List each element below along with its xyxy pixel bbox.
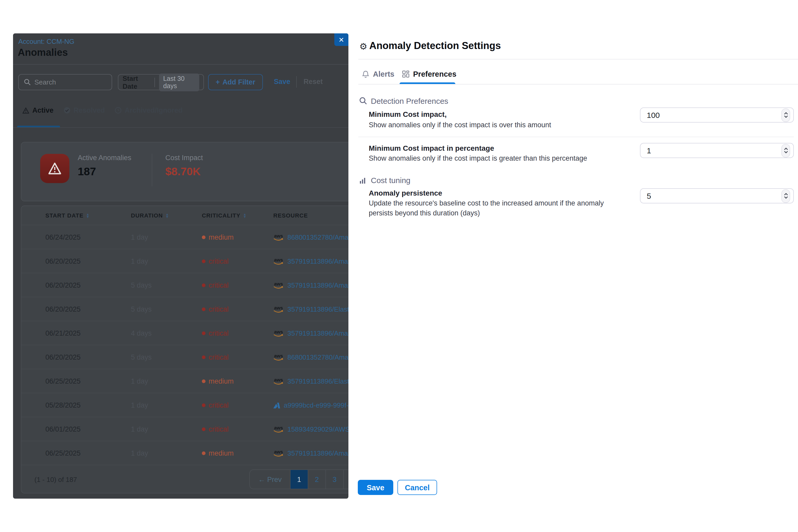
sort-icon[interactable]: ▲▼ [165,213,169,218]
page-button-partial[interactable] [343,470,348,489]
chevron-down-icon[interactable] [784,115,788,118]
cost-tuning-heading: Cost tuning [359,176,411,185]
criticality-label: critical [209,401,229,409]
stepper-control[interactable] [781,144,790,157]
table-row[interactable]: 06/20/2025 5 days critical aws 868001352… [21,345,348,369]
close-icon[interactable]: ✕ [334,33,348,46]
criticality-cell: medium [202,233,234,241]
resource-link[interactable]: 868001352780/Amazon [287,353,348,361]
resource-cell: aws 868001352780/Amazon [273,233,348,241]
col-criticality[interactable]: CRITICALITY ▲▼ [202,212,247,218]
criticality-label: critical [209,353,229,361]
resource-link[interactable]: 357919113896/Amazon [287,329,348,337]
table-row[interactable]: 06/21/2025 4 days critical aws 357919113… [21,321,348,345]
stepper-control[interactable] [781,189,790,203]
filter-reset-link[interactable]: Reset [304,78,323,86]
bell-icon [362,70,369,78]
col-duration[interactable]: DURATION ▲▼ [131,212,169,218]
start-date-value[interactable]: Last 30 days [159,73,199,91]
tab-archived[interactable]: Archived/Ignored [115,107,183,114]
active-anomalies-value: 187 [78,165,96,178]
page-button[interactable]: 1 [290,470,308,489]
table-row[interactable]: 06/25/2025 1 day medium aws 357919113896… [21,369,348,393]
sort-icon[interactable]: ▲▼ [86,213,90,218]
start-date-cell: 06/25/2025 [45,449,81,457]
min-cost-pct-input[interactable]: 1 [640,143,794,158]
cost-impact-value: $8.70K [165,165,201,178]
resource-link[interactable]: 357919113896/Amazon [287,449,348,457]
criticality-dot [202,283,206,287]
cost-impact-label: Cost Impact [165,154,203,162]
min-cost-impact-value[interactable]: 100 [647,111,660,119]
chevron-down-icon[interactable] [784,196,788,199]
table-row[interactable]: 06/01/2025 1 day critical aws 1589349290… [21,417,348,441]
save-button[interactable]: Save [358,480,393,495]
tab-resolved[interactable]: Resolved [64,107,105,114]
anomalies-table: START DATE ▲▼ DURATION ▲▼ CRITICALITY ▲▼… [21,206,348,493]
pagination-row: (1 - 10) of 187 ← Prev 123 [21,465,348,493]
duration-cell: 4 days [131,329,152,337]
resource-link[interactable]: 357919113896/Elastic L [287,305,348,313]
chevron-up-icon[interactable] [784,148,788,150]
resource-cell: aws 357919113896/Amazon [273,449,348,457]
start-date-cell: 06/24/2025 [45,233,81,241]
start-date-cell: 06/20/2025 [45,258,81,265]
duration-cell: 1 day [131,377,148,385]
table-row[interactable]: 06/20/2025 5 days critical aws 357919113… [21,273,348,297]
min-cost-pct-value[interactable]: 1 [647,146,651,155]
duration-cell: 1 day [131,401,148,409]
resource-link[interactable]: 158934929029/AWS Co [287,425,348,433]
start-date-filter[interactable]: Start Date Last 30 days [118,74,204,90]
add-filter-button[interactable]: + Add Filter [208,74,263,90]
resource-link[interactable]: 357919113896/Amazon [287,258,348,265]
criticality-cell: critical [202,353,229,361]
criticality-cell: critical [202,258,229,265]
duration-cell: 1 day [131,425,148,433]
criticality-cell: medium [202,377,234,385]
anomaly-persistence-input[interactable]: 5 [640,188,794,204]
aws-logo: aws [273,258,284,265]
add-filter-label: Add Filter [223,78,255,86]
sort-icon[interactable]: ▲▼ [243,213,247,218]
breadcrumb[interactable]: Account: CCM-NG [18,38,74,45]
tab-active[interactable]: Active [22,107,54,114]
tab-preferences[interactable]: Preferences [402,70,456,78]
resource-link[interactable]: a9999bcd-e999-999f-g [284,401,348,409]
chevron-up-icon[interactable] [784,193,788,195]
tab-alerts[interactable]: Alerts [362,70,394,78]
chevron-up-icon[interactable] [784,112,788,115]
resource-link[interactable]: 357919113896/Amazon [287,281,348,289]
min-cost-impact-input[interactable]: 100 [640,108,794,122]
start-date-cell: 06/20/2025 [45,305,81,313]
resource-cell: aws 357919113896/Amazon [273,281,348,289]
duration-cell: 1 day [131,258,148,265]
cancel-button[interactable]: Cancel [397,480,437,495]
search-input[interactable]: Search [18,74,112,90]
stepper-control[interactable] [781,108,790,122]
table-row[interactable]: 06/24/2025 1 day medium aws 868001352780… [21,225,348,249]
table-row[interactable]: 06/25/2025 1 day medium aws 357919113896… [21,441,348,465]
resource-link[interactable]: 357919113896/Elastic L [287,377,348,385]
table-row[interactable]: 05/28/2025 1 day critical aws a9999bcd-e… [21,393,348,417]
table-row[interactable]: 06/20/2025 5 days critical aws 357919113… [21,297,348,321]
anomaly-persistence-description: Update the resource's baseline cost to t… [369,199,620,218]
warning-icon [22,107,29,113]
col-start-date[interactable]: START DATE ▲▼ [45,212,90,218]
filter-links-divider [296,76,297,88]
resource-cell: aws 357919113896/Elastic L [273,377,348,385]
table-row[interactable]: 06/20/2025 1 day critical aws 3579191138… [21,249,348,273]
criticality-label: medium [209,377,234,385]
bars-icon [359,176,367,184]
prev-page-button[interactable]: ← Prev [250,470,290,489]
resource-link[interactable]: 868001352780/Amazon [287,233,348,241]
tab-preferences-label: Preferences [413,70,456,78]
criticality-label: medium [209,449,234,457]
filter-save-link[interactable]: Save [274,78,290,86]
anomaly-persistence-value[interactable]: 5 [647,191,651,200]
chevron-down-icon[interactable] [784,151,788,153]
page-button[interactable]: 2 [308,470,325,489]
active-anomalies-label: Active Anomalies [78,154,131,162]
search-placeholder: Search [34,78,56,86]
resource-cell: aws 158934929029/AWS Co [273,425,348,433]
page-button[interactable]: 3 [325,470,343,489]
